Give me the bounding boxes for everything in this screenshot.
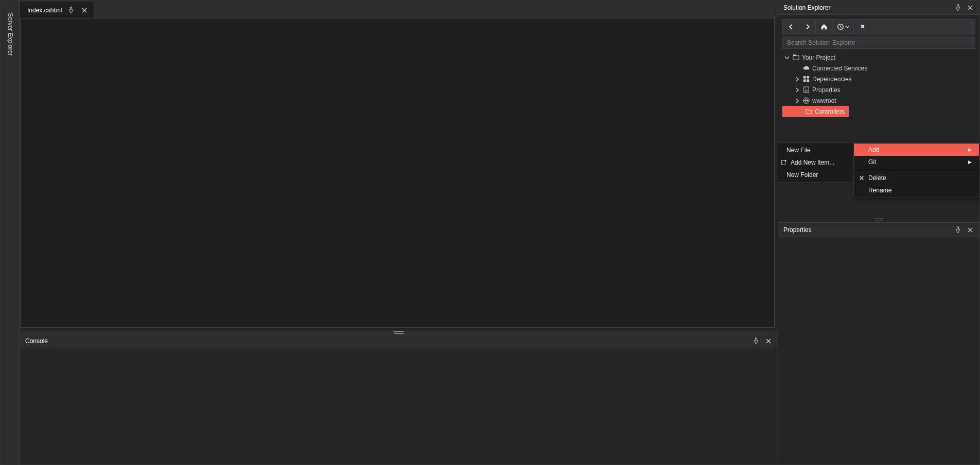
- properties-body[interactable]: [778, 237, 979, 464]
- close-icon: [858, 174, 865, 182]
- context-submenu-add: New File Add New Item... New Folder: [778, 142, 854, 183]
- chevron-down-icon[interactable]: [784, 55, 790, 60]
- solution-toolbar: [782, 19, 975, 34]
- editor-tab[interactable]: Index.cshtml: [20, 2, 94, 18]
- editor-tab-bar: Index.cshtml: [20, 1, 778, 18]
- solution-search[interactable]: Search Solution Explorer: [782, 37, 975, 49]
- svg-rect-2: [793, 55, 796, 56]
- chevron-right-icon: ▶: [968, 159, 972, 165]
- context-menu-git[interactable]: Git ▶: [854, 156, 979, 168]
- close-icon[interactable]: [764, 337, 773, 345]
- tree-label: Connected Services: [812, 65, 867, 72]
- pin-icon[interactable]: [954, 226, 962, 234]
- tree-label: Dependencies: [812, 76, 852, 83]
- svg-point-8: [805, 90, 807, 92]
- svg-rect-3: [803, 76, 806, 79]
- solution-title: Solution Explorer: [783, 4, 830, 11]
- tree-item-connected-services[interactable]: Connected Services: [782, 63, 975, 74]
- tree-item-properties[interactable]: Properties: [782, 84, 975, 95]
- middle-column: Index.cshtml Console: [20, 1, 778, 464]
- submenu-new-folder[interactable]: New Folder: [778, 169, 853, 181]
- svg-rect-4: [807, 76, 809, 79]
- properties-header: Properties: [778, 223, 979, 237]
- dependencies-icon: [802, 76, 810, 83]
- server-explorer-strip: Server Explorer: [1, 1, 20, 464]
- properties-icon: [802, 86, 810, 94]
- close-icon[interactable]: [966, 4, 974, 12]
- tree-root[interactable]: Your Project: [782, 52, 975, 63]
- chevron-right-icon[interactable]: [795, 87, 800, 93]
- properties-title: Properties: [783, 226, 812, 234]
- editor-area[interactable]: [20, 18, 775, 328]
- tree-label: wwwroot: [812, 97, 836, 104]
- forward-button[interactable]: [799, 20, 816, 34]
- tree-label: Controllers: [815, 108, 845, 115]
- home-button[interactable]: [816, 20, 832, 34]
- tree-item-wwwroot[interactable]: wwwroot: [782, 95, 975, 106]
- chevron-right-icon[interactable]: [795, 77, 800, 82]
- console-panel: Console: [20, 334, 778, 464]
- context-menu-label: Rename: [868, 187, 891, 194]
- svg-rect-10: [782, 160, 785, 165]
- chevron-right-icon: ▶: [968, 147, 972, 152]
- tree-label: Your Project: [802, 54, 835, 61]
- context-menu-label: Delete: [868, 174, 886, 182]
- console-title: Console: [25, 337, 48, 345]
- tree-item-controllers[interactable]: Controllers: [782, 106, 849, 117]
- context-menu-separator: [854, 170, 979, 170]
- settings-button[interactable]: [854, 20, 870, 34]
- context-menu-add[interactable]: Add ▶: [854, 144, 979, 156]
- svg-rect-1: [793, 56, 798, 60]
- project-icon: [792, 54, 799, 61]
- history-button[interactable]: [832, 20, 854, 34]
- submenu-label: New Folder: [786, 171, 818, 178]
- folder-icon: [805, 108, 812, 115]
- right-column: Solution Explorer: [778, 1, 979, 464]
- submenu-add-new-item[interactable]: Add New Item...: [778, 156, 853, 169]
- tree-label: Properties: [812, 86, 841, 94]
- tree-item-dependencies[interactable]: Dependencies: [782, 74, 975, 84]
- context-menu-label: Add: [868, 146, 879, 153]
- pin-icon[interactable]: [752, 337, 760, 345]
- console-header: Console: [20, 334, 778, 348]
- svg-rect-6: [807, 79, 809, 82]
- cloud-icon: [802, 65, 810, 72]
- submenu-label: Add New Item...: [791, 159, 834, 166]
- server-explorer-tab[interactable]: Server Explorer: [7, 11, 14, 464]
- context-menu-delete[interactable]: Delete: [854, 172, 979, 184]
- context-menu-rename[interactable]: Rename: [854, 184, 979, 196]
- console-body[interactable]: [20, 348, 778, 464]
- context-menu-label: Git: [868, 158, 876, 166]
- close-icon[interactable]: [966, 226, 974, 234]
- svg-rect-5: [803, 79, 806, 82]
- back-button[interactable]: [783, 20, 799, 34]
- app-root: Server Explorer Index.cshtml Console: [0, 0, 980, 465]
- chevron-right-icon[interactable]: [795, 98, 800, 103]
- right-splitter[interactable]: [778, 217, 979, 222]
- globe-icon: [802, 97, 810, 104]
- context-menu: Add ▶ Git ▶ Delete Rename New File Add N…: [853, 142, 979, 198]
- submenu-new-file[interactable]: New File: [778, 144, 853, 156]
- solution-header: Solution Explorer: [778, 1, 979, 15]
- new-item-icon: [780, 159, 787, 166]
- pin-icon[interactable]: [67, 6, 75, 14]
- editor-tab-label: Index.cshtml: [27, 7, 62, 14]
- close-icon[interactable]: [80, 6, 89, 14]
- submenu-label: New File: [786, 147, 811, 154]
- pin-icon[interactable]: [954, 4, 962, 12]
- properties-panel: Properties: [778, 223, 979, 464]
